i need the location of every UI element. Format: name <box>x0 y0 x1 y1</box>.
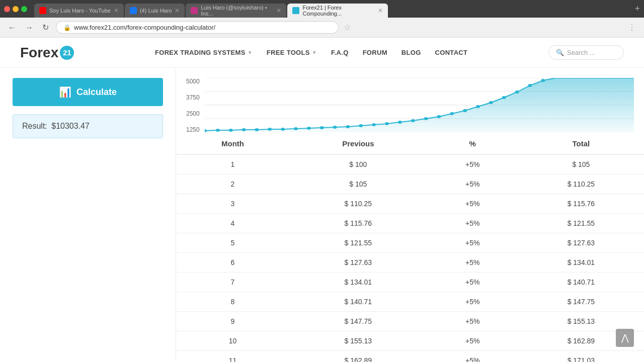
cell-total-7: $ 147.75 <box>518 292 644 312</box>
cell-pct-9: +5% <box>427 331 518 351</box>
refresh-button[interactable]: ↻ <box>40 21 51 34</box>
table-row: 2 $ 105 +5% $ 110.25 <box>176 174 644 194</box>
facebook-favicon <box>130 7 137 14</box>
address-text: www.forex21.com/forex-compounding-calcul… <box>74 24 215 31</box>
forward-button[interactable]: → <box>23 21 35 34</box>
svg-point-20 <box>411 119 415 122</box>
table-row: 9 $ 147.75 +5% $ 155.13 <box>176 312 644 331</box>
close-traffic-light[interactable] <box>4 6 10 12</box>
bookmark-button[interactable]: ☆ <box>344 23 351 32</box>
cell-month-6: 7 <box>176 273 289 292</box>
tab-youtube[interactable]: Soy Luis Haro - YouTube ✕ <box>34 4 124 18</box>
cell-pct-0: +5% <box>427 154 518 174</box>
nav-forex-trading-systems[interactable]: FOREX TRADING SYSTEMS ▼ <box>155 49 253 56</box>
cell-previous-6: $ 134.01 <box>289 273 427 292</box>
table-row: 10 $ 155.13 +5% $ 162.89 <box>176 331 644 351</box>
youtube-favicon <box>39 7 46 14</box>
site-header: Forex 21 FOREX TRADING SYSTEMS ▼ FREE TO… <box>0 38 644 68</box>
svg-point-5 <box>216 129 220 132</box>
chart-icon: 📊 <box>59 86 71 98</box>
main-nav: FOREX TRADING SYSTEMS ▼ FREE TOOLS ▼ F.A… <box>155 49 467 56</box>
logo[interactable]: Forex 21 <box>20 45 74 61</box>
forex21-favicon <box>292 7 299 14</box>
tab-close-instagram[interactable]: ✕ <box>276 7 281 14</box>
svg-point-24 <box>463 109 467 112</box>
tab-close-youtube[interactable]: ✕ <box>114 7 119 14</box>
col-header-month: Month <box>176 133 289 154</box>
compound-table: Month Previous % Total 1 $ 100 +5% $ 105… <box>176 133 644 362</box>
cell-total-4: $ 127.63 <box>518 233 644 253</box>
svg-point-11 <box>294 127 298 130</box>
search-box[interactable]: 🔍 Search ... <box>548 45 624 60</box>
nav-forum[interactable]: FORUM <box>363 49 387 56</box>
scroll-to-top-button[interactable]: ⋀ <box>616 329 634 347</box>
cell-month-7: 8 <box>176 292 289 312</box>
calculate-button[interactable]: 📊 Calculate <box>13 78 163 106</box>
svg-point-30 <box>541 79 545 82</box>
svg-point-28 <box>515 90 519 94</box>
nav-faq[interactable]: F.A.Q <box>331 49 349 56</box>
back-button[interactable]: ← <box>6 21 18 34</box>
cell-previous-4: $ 121.55 <box>289 233 427 253</box>
cell-month-3: 4 <box>176 214 289 233</box>
cell-previous-2: $ 110.25 <box>289 194 427 214</box>
table-row: 3 $ 110.25 +5% $ 115.76 <box>176 194 644 214</box>
tab-facebook[interactable]: (4) Luis Haro ✕ <box>125 4 185 18</box>
table-row: 11 $ 162.89 +5% $ 171.03 <box>176 351 644 363</box>
cell-previous-5: $ 127.63 <box>289 253 427 273</box>
cell-total-2: $ 115.76 <box>518 194 644 214</box>
table-row: 7 $ 134.01 +5% $ 140.71 <box>176 273 644 292</box>
nav-blog[interactable]: BLOG <box>401 49 421 56</box>
svg-point-13 <box>320 126 324 129</box>
cell-total-10: $ 171.03 <box>518 351 644 363</box>
cell-month-10: 11 <box>176 351 289 363</box>
y-label-5000: 5000 <box>186 78 200 85</box>
search-icon: 🔍 <box>556 49 564 56</box>
svg-point-6 <box>229 129 233 132</box>
lock-icon: 🔒 <box>63 24 71 31</box>
svg-point-21 <box>424 117 428 120</box>
new-tab-button[interactable]: + <box>634 4 640 14</box>
cell-total-0: $ 105 <box>518 154 644 174</box>
cell-pct-7: +5% <box>427 292 518 312</box>
tab-close-forex21[interactable]: ✕ <box>378 7 383 14</box>
cell-previous-1: $ 105 <box>289 174 427 194</box>
cell-total-3: $ 121.55 <box>518 214 644 233</box>
tab-forex21[interactable]: Forex21 | Forex Compounding... ✕ <box>287 4 388 18</box>
nav-free-tools[interactable]: FREE TOOLS ▼ <box>267 49 317 56</box>
cell-total-5: $ 134.01 <box>518 253 644 273</box>
svg-point-19 <box>398 121 402 124</box>
maximize-traffic-light[interactable] <box>21 6 27 12</box>
address-input[interactable]: 🔒 www.forex21.com/forex-compounding-calc… <box>56 21 339 34</box>
cell-pct-4: +5% <box>427 233 518 253</box>
y-label-2500: 2500 <box>186 110 200 117</box>
cell-total-6: $ 140.71 <box>518 273 644 292</box>
cell-month-9: 10 <box>176 331 289 351</box>
svg-point-18 <box>385 122 389 125</box>
cell-previous-3: $ 115.76 <box>289 214 427 233</box>
table-row: 4 $ 115.76 +5% $ 121.55 <box>176 214 644 233</box>
tab-title-facebook: (4) Luis Haro <box>140 8 172 14</box>
logo-text: Forex <box>20 45 58 61</box>
result-label: Result: <box>22 122 47 130</box>
cell-previous-0: $ 100 <box>289 154 427 174</box>
tab-instagram[interactable]: Luis Haro (@soyluisharo) • Ins... ✕ <box>186 4 286 18</box>
dropdown-arrow-tools: ▼ <box>312 50 317 55</box>
table-row: 1 $ 100 +5% $ 105 <box>176 154 644 174</box>
cell-month-0: 1 <box>176 154 289 174</box>
svg-point-8 <box>255 128 259 131</box>
logo-number: 21 <box>60 46 74 60</box>
menu-button[interactable]: ⋮ <box>628 23 636 32</box>
cell-month-5: 6 <box>176 253 289 273</box>
tab-title-forex21: Forex21 | Forex Compounding... <box>302 5 375 17</box>
right-panel[interactable]: 5000 3750 2500 1250 <box>176 68 644 362</box>
chart-svg <box>205 78 634 133</box>
svg-point-10 <box>281 128 285 131</box>
minimize-traffic-light[interactable] <box>13 6 19 12</box>
cell-total-8: $ 155.13 <box>518 312 644 331</box>
address-bar: ← → ↻ 🔒 www.forex21.com/forex-compoundin… <box>0 18 644 38</box>
chart-y-labels: 5000 3750 2500 1250 <box>186 78 200 133</box>
nav-contact[interactable]: CONTACT <box>435 49 468 56</box>
search-placeholder: Search ... <box>567 49 595 56</box>
tab-close-facebook[interactable]: ✕ <box>175 7 180 14</box>
